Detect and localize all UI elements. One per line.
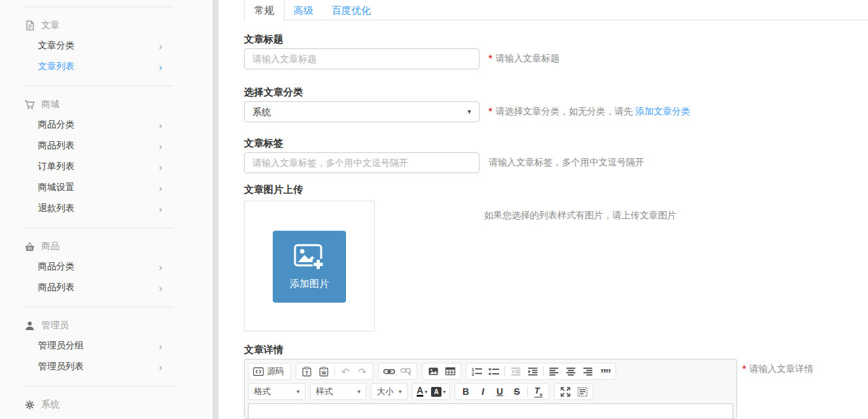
align-right-icon xyxy=(583,367,593,376)
required-asterisk: * xyxy=(489,106,492,116)
sidebar-divider xyxy=(24,386,173,386)
sidebar-divider xyxy=(24,227,173,228)
chevron-right-icon: › xyxy=(159,141,162,151)
sidebar-section-label: 商城 xyxy=(41,99,60,110)
main-content: 常规 高级 百度优化 文章标题 *请输入文章标题 选择文章分类 系统 ▼ *请选… xyxy=(218,0,868,419)
sidebar-section-label: 文章 xyxy=(41,20,60,31)
required-asterisk: * xyxy=(489,53,492,63)
rich-text-editor: 源码 T W ↶ ↷ xyxy=(244,359,737,419)
article-category-select[interactable]: 系统 ▼ xyxy=(244,101,479,122)
underline-button[interactable]: U xyxy=(491,384,508,399)
strikethrough-button[interactable]: S xyxy=(508,384,525,399)
sidebar-divider xyxy=(24,7,173,7)
image-upload-box[interactable]: 添加图片 xyxy=(244,201,375,331)
sidebar-scrollbar[interactable] xyxy=(213,0,218,419)
sidebar-item-label: 订单列表 xyxy=(38,161,75,173)
article-tags-input[interactable] xyxy=(244,152,479,173)
sidebar: 文章 文章分类 › 文章列表 › 商城 商品分类 › 商品列表 › 订单列表 xyxy=(0,0,213,419)
strikethrough-icon: S xyxy=(513,386,519,397)
align-center-icon xyxy=(566,367,576,376)
article-category-selected-value: 系统 xyxy=(252,107,271,117)
unlink-button[interactable] xyxy=(398,363,415,379)
format-dropdown[interactable]: 格式 ▾ xyxy=(248,383,305,400)
align-right-button[interactable] xyxy=(580,363,597,379)
sidebar-section-article[interactable]: 文章 xyxy=(0,16,213,35)
insert-table-button[interactable] xyxy=(442,363,459,379)
svg-text:1: 1 xyxy=(472,367,474,372)
source-code-button[interactable]: 源码 xyxy=(251,363,288,379)
editor-content-area[interactable] xyxy=(248,403,733,419)
sidebar-item-admin-group[interactable]: 管理员分组 › xyxy=(0,335,213,356)
style-dropdown[interactable]: 样式 ▾ xyxy=(310,383,366,400)
admin-icon xyxy=(24,320,35,331)
insert-image-button[interactable] xyxy=(425,363,442,379)
sidebar-divider xyxy=(24,86,173,86)
indent-button[interactable] xyxy=(524,363,541,379)
article-title-input[interactable] xyxy=(244,48,479,69)
outdent-icon xyxy=(511,367,521,376)
text-color-button[interactable]: A ▾ xyxy=(415,384,429,399)
size-dropdown-label: 大小 xyxy=(377,386,394,397)
toolbar-separator xyxy=(527,386,528,397)
chevron-down-icon: ▾ xyxy=(357,388,360,395)
show-blocks-button[interactable] xyxy=(574,384,591,399)
sidebar-item-article-category[interactable]: 文章分类 › xyxy=(0,35,213,56)
bulleted-list-button[interactable] xyxy=(485,363,502,379)
article-title-hint: *请输入文章标题 xyxy=(489,53,559,65)
add-image-label: 添加图片 xyxy=(290,278,329,290)
bulleted-list-icon xyxy=(489,367,499,376)
sidebar-item-order-list[interactable]: 订单列表 › xyxy=(0,156,213,177)
sidebar-item-label: 文章列表 xyxy=(38,61,75,73)
italic-button[interactable]: I xyxy=(474,384,491,399)
chevron-right-icon: › xyxy=(159,162,162,172)
sidebar-item-article-list[interactable]: 文章列表 › xyxy=(0,56,213,77)
sidebar-item-basic-info[interactable]: 基本信息 › xyxy=(0,414,213,419)
remove-format-button[interactable]: Tx xyxy=(530,384,547,399)
redo-button[interactable]: ↷ xyxy=(354,363,371,379)
chevron-right-icon: › xyxy=(159,283,162,293)
blockquote-icon: ”” xyxy=(600,371,610,377)
chevron-right-icon: › xyxy=(159,120,162,130)
indent-icon xyxy=(528,367,538,376)
outdent-button[interactable] xyxy=(507,363,524,379)
sidebar-item-mall-settings[interactable]: 商城设置 › xyxy=(0,177,213,198)
tab-bar: 常规 高级 百度优化 xyxy=(244,0,868,20)
sidebar-item-refund-list[interactable]: 退款列表 › xyxy=(0,198,213,219)
sidebar-section-admin[interactable]: 管理员 xyxy=(0,316,213,335)
sidebar-section-mall[interactable]: 商城 xyxy=(0,95,213,114)
toolbar-separator xyxy=(504,366,505,377)
paste-as-text-button[interactable]: T xyxy=(298,363,315,379)
add-category-link[interactable]: 添加文章分类 xyxy=(635,106,690,116)
sidebar-section-goods[interactable]: 商品 xyxy=(0,237,213,256)
sidebar-item-product-category[interactable]: 商品分类 › xyxy=(0,114,213,135)
tab-general[interactable]: 常规 xyxy=(244,0,285,21)
sidebar-section-label: 商品 xyxy=(41,241,60,252)
sidebar-item-admin-list[interactable]: 管理员列表 › xyxy=(0,356,213,377)
maximize-button[interactable] xyxy=(557,384,574,399)
chevron-down-icon: ▾ xyxy=(398,388,402,395)
tab-baidu-seo[interactable]: 百度优化 xyxy=(322,0,380,20)
blockquote-button[interactable]: ”” xyxy=(597,363,614,379)
undo-button[interactable]: ↶ xyxy=(337,363,354,379)
background-color-icon: A xyxy=(431,387,442,397)
article-icon xyxy=(24,20,35,31)
tab-advanced[interactable]: 高级 xyxy=(285,0,322,20)
sidebar-item-product-list[interactable]: 商品列表 › xyxy=(0,135,213,156)
align-left-button[interactable] xyxy=(546,363,563,379)
link-button[interactable] xyxy=(381,363,398,379)
background-color-button[interactable]: A ▾ xyxy=(429,384,447,399)
chevron-right-icon: › xyxy=(159,62,162,72)
size-dropdown[interactable]: 大小 ▾ xyxy=(371,383,408,400)
sidebar-section-system[interactable]: 系统 xyxy=(0,395,213,414)
align-center-button[interactable] xyxy=(563,363,580,379)
toolbar-separator xyxy=(334,366,335,377)
text-color-icon: A xyxy=(417,386,423,397)
article-category-hint: *请选择文章分类，如无分类，请先 添加文章分类 xyxy=(489,106,690,118)
remove-format-icon: Tx xyxy=(534,386,542,398)
paste-from-word-button[interactable]: W xyxy=(315,363,332,379)
bold-button[interactable]: B xyxy=(457,384,474,399)
add-image-button[interactable]: 添加图片 xyxy=(273,231,346,303)
sidebar-item-goods-category[interactable]: 商品分类 › xyxy=(0,256,213,277)
numbered-list-button[interactable]: 12 xyxy=(468,363,485,379)
sidebar-item-goods-list[interactable]: 商品列表 › xyxy=(0,277,213,298)
